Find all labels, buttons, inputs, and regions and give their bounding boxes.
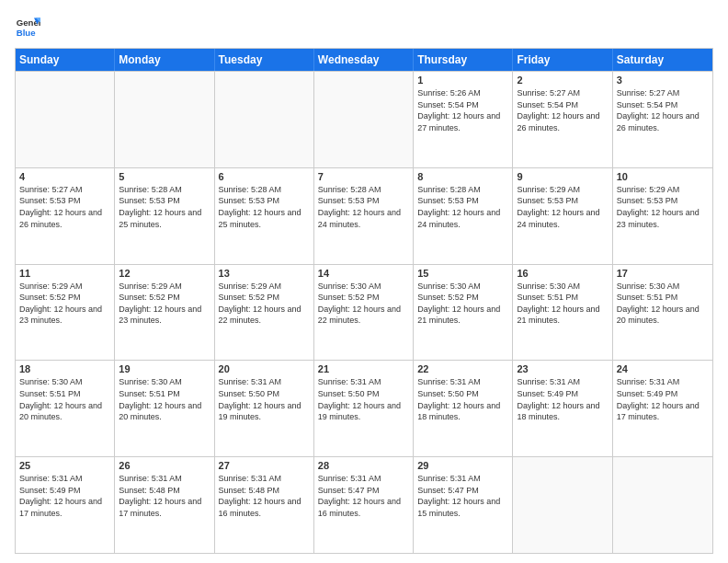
day-info: Sunrise: 5:30 AM Sunset: 5:52 PM Dayligh…: [417, 281, 508, 327]
day-number: 27: [219, 460, 310, 471]
calendar-day-1: 1Sunrise: 5:26 AM Sunset: 5:54 PM Daylig…: [414, 72, 513, 167]
day-info: Sunrise: 5:30 AM Sunset: 5:51 PM Dayligh…: [19, 376, 110, 422]
weekday-header-friday: Friday: [513, 49, 612, 71]
calendar-day-23: 23Sunrise: 5:31 AM Sunset: 5:49 PM Dayli…: [513, 361, 612, 456]
calendar-empty-cell: [115, 72, 214, 167]
day-number: 19: [119, 363, 210, 374]
calendar-day-28: 28Sunrise: 5:31 AM Sunset: 5:47 PM Dayli…: [314, 457, 414, 553]
calendar-day-19: 19Sunrise: 5:30 AM Sunset: 5:51 PM Dayli…: [115, 361, 214, 456]
svg-text:Blue: Blue: [17, 28, 36, 38]
day-info: Sunrise: 5:30 AM Sunset: 5:51 PM Dayligh…: [617, 281, 709, 327]
day-number: 11: [19, 268, 110, 279]
day-info: Sunrise: 5:29 AM Sunset: 5:53 PM Dayligh…: [617, 184, 709, 230]
day-number: 7: [318, 171, 409, 182]
calendar-day-12: 12Sunrise: 5:29 AM Sunset: 5:52 PM Dayli…: [115, 265, 214, 361]
day-info: Sunrise: 5:31 AM Sunset: 5:50 PM Dayligh…: [219, 376, 310, 422]
day-number: 18: [19, 363, 110, 374]
day-number: 29: [417, 460, 508, 471]
calendar-day-22: 22Sunrise: 5:31 AM Sunset: 5:50 PM Dayli…: [414, 361, 513, 456]
day-number: 20: [219, 363, 310, 374]
day-number: 5: [119, 171, 210, 182]
calendar-header: SundayMondayTuesdayWednesdayThursdayFrid…: [16, 49, 712, 71]
day-info: Sunrise: 5:31 AM Sunset: 5:50 PM Dayligh…: [417, 376, 508, 422]
calendar-day-2: 2Sunrise: 5:27 AM Sunset: 5:54 PM Daylig…: [513, 72, 612, 167]
calendar-day-4: 4Sunrise: 5:27 AM Sunset: 5:53 PM Daylig…: [16, 168, 115, 264]
calendar-row-5: 25Sunrise: 5:31 AM Sunset: 5:49 PM Dayli…: [16, 456, 712, 553]
day-info: Sunrise: 5:31 AM Sunset: 5:48 PM Dayligh…: [119, 473, 210, 519]
day-number: 16: [517, 268, 608, 279]
day-number: 4: [19, 171, 110, 182]
weekday-header-sunday: Sunday: [16, 49, 115, 71]
day-info: Sunrise: 5:30 AM Sunset: 5:51 PM Dayligh…: [517, 281, 608, 327]
calendar-day-3: 3Sunrise: 5:27 AM Sunset: 5:54 PM Daylig…: [613, 72, 712, 167]
logo: General Blue: [15, 15, 40, 40]
day-info: Sunrise: 5:29 AM Sunset: 5:52 PM Dayligh…: [19, 281, 110, 327]
calendar-row-4: 18Sunrise: 5:30 AM Sunset: 5:51 PM Dayli…: [16, 360, 712, 456]
day-number: 13: [219, 268, 310, 279]
day-info: Sunrise: 5:28 AM Sunset: 5:53 PM Dayligh…: [219, 184, 310, 230]
day-number: 15: [417, 268, 508, 279]
day-info: Sunrise: 5:26 AM Sunset: 5:54 PM Dayligh…: [417, 87, 508, 133]
weekday-header-monday: Monday: [115, 49, 214, 71]
calendar-day-10: 10Sunrise: 5:29 AM Sunset: 5:53 PM Dayli…: [613, 168, 712, 264]
calendar-row-3: 11Sunrise: 5:29 AM Sunset: 5:52 PM Dayli…: [16, 264, 712, 361]
day-number: 10: [617, 171, 709, 182]
calendar-day-6: 6Sunrise: 5:28 AM Sunset: 5:53 PM Daylig…: [215, 168, 314, 264]
day-number: 14: [318, 268, 409, 279]
day-info: Sunrise: 5:29 AM Sunset: 5:53 PM Dayligh…: [517, 184, 608, 230]
day-number: 8: [417, 171, 508, 182]
day-info: Sunrise: 5:31 AM Sunset: 5:49 PM Dayligh…: [517, 376, 608, 422]
day-number: 1: [417, 75, 508, 86]
day-number: 9: [517, 171, 608, 182]
day-info: Sunrise: 5:30 AM Sunset: 5:52 PM Dayligh…: [318, 281, 409, 327]
calendar-day-5: 5Sunrise: 5:28 AM Sunset: 5:53 PM Daylig…: [115, 168, 214, 264]
calendar-day-14: 14Sunrise: 5:30 AM Sunset: 5:52 PM Dayli…: [314, 265, 414, 361]
day-info: Sunrise: 5:29 AM Sunset: 5:52 PM Dayligh…: [219, 281, 310, 327]
calendar-empty-cell: [513, 457, 612, 553]
calendar-day-11: 11Sunrise: 5:29 AM Sunset: 5:52 PM Dayli…: [16, 265, 115, 361]
calendar-day-17: 17Sunrise: 5:30 AM Sunset: 5:51 PM Dayli…: [613, 265, 712, 361]
day-info: Sunrise: 5:31 AM Sunset: 5:50 PM Dayligh…: [318, 376, 409, 422]
day-info: Sunrise: 5:27 AM Sunset: 5:54 PM Dayligh…: [517, 87, 608, 133]
calendar-row-1: 1Sunrise: 5:26 AM Sunset: 5:54 PM Daylig…: [16, 71, 712, 167]
day-number: 23: [517, 363, 608, 374]
calendar-day-21: 21Sunrise: 5:31 AM Sunset: 5:50 PM Dayli…: [314, 361, 414, 456]
calendar-day-18: 18Sunrise: 5:30 AM Sunset: 5:51 PM Dayli…: [16, 361, 115, 456]
day-number: 22: [417, 363, 508, 374]
calendar-day-15: 15Sunrise: 5:30 AM Sunset: 5:52 PM Dayli…: [414, 265, 513, 361]
day-number: 6: [219, 171, 310, 182]
calendar-empty-cell: [314, 72, 414, 167]
day-info: Sunrise: 5:28 AM Sunset: 5:53 PM Dayligh…: [119, 184, 210, 230]
day-number: 3: [617, 75, 709, 86]
calendar-day-7: 7Sunrise: 5:28 AM Sunset: 5:53 PM Daylig…: [314, 168, 414, 264]
day-info: Sunrise: 5:31 AM Sunset: 5:47 PM Dayligh…: [417, 473, 508, 519]
calendar: SundayMondayTuesdayWednesdayThursdayFrid…: [15, 48, 713, 554]
day-info: Sunrise: 5:28 AM Sunset: 5:53 PM Dayligh…: [417, 184, 508, 230]
calendar-day-26: 26Sunrise: 5:31 AM Sunset: 5:48 PM Dayli…: [115, 457, 214, 553]
calendar-day-27: 27Sunrise: 5:31 AM Sunset: 5:48 PM Dayli…: [215, 457, 314, 553]
calendar-day-13: 13Sunrise: 5:29 AM Sunset: 5:52 PM Dayli…: [215, 265, 314, 361]
calendar-empty-cell: [215, 72, 314, 167]
weekday-header-tuesday: Tuesday: [215, 49, 314, 71]
calendar-body: 1Sunrise: 5:26 AM Sunset: 5:54 PM Daylig…: [16, 71, 712, 553]
weekday-header-thursday: Thursday: [414, 49, 513, 71]
day-number: 24: [617, 363, 709, 374]
calendar-empty-cell: [613, 457, 712, 553]
day-info: Sunrise: 5:31 AM Sunset: 5:49 PM Dayligh…: [19, 473, 110, 519]
day-info: Sunrise: 5:28 AM Sunset: 5:53 PM Dayligh…: [318, 184, 409, 230]
day-info: Sunrise: 5:31 AM Sunset: 5:47 PM Dayligh…: [318, 473, 409, 519]
calendar-day-29: 29Sunrise: 5:31 AM Sunset: 5:47 PM Dayli…: [414, 457, 513, 553]
day-info: Sunrise: 5:29 AM Sunset: 5:52 PM Dayligh…: [119, 281, 210, 327]
calendar-row-2: 4Sunrise: 5:27 AM Sunset: 5:53 PM Daylig…: [16, 167, 712, 264]
day-info: Sunrise: 5:30 AM Sunset: 5:51 PM Dayligh…: [119, 376, 210, 422]
day-info: Sunrise: 5:27 AM Sunset: 5:53 PM Dayligh…: [19, 184, 110, 230]
weekday-header-wednesday: Wednesday: [314, 49, 414, 71]
day-info: Sunrise: 5:27 AM Sunset: 5:54 PM Dayligh…: [617, 87, 709, 133]
weekday-header-saturday: Saturday: [613, 49, 712, 71]
day-number: 2: [517, 75, 608, 86]
calendar-empty-cell: [16, 72, 115, 167]
day-number: 28: [318, 460, 409, 471]
calendar-day-25: 25Sunrise: 5:31 AM Sunset: 5:49 PM Dayli…: [16, 457, 115, 553]
calendar-day-24: 24Sunrise: 5:31 AM Sunset: 5:49 PM Dayli…: [613, 361, 712, 456]
day-number: 25: [19, 460, 110, 471]
